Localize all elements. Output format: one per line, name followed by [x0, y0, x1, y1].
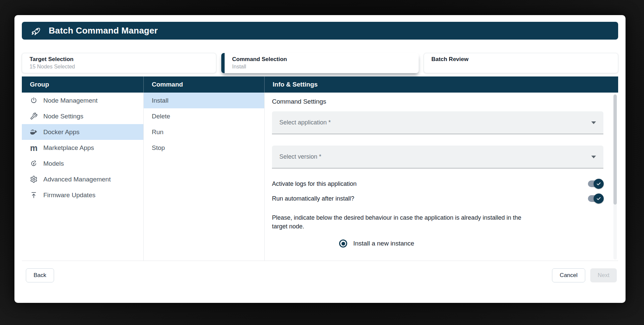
model-training-icon: [30, 160, 38, 167]
group-item-label: Advanced Management: [43, 176, 111, 183]
wrench-icon: [30, 112, 38, 120]
check-icon: [596, 181, 601, 186]
command-settings-heading: Command Settings: [272, 98, 603, 105]
select-application-label: Select application *: [279, 119, 331, 126]
select-version-dropdown[interactable]: Select version *: [272, 146, 603, 168]
chevron-down-icon: [591, 121, 596, 124]
group-item-node-settings[interactable]: Node Settings: [22, 108, 143, 124]
activate-logs-row: Activate logs for this application: [272, 178, 603, 189]
command-item-run[interactable]: Run: [144, 124, 264, 140]
page-title: Batch Command Manager: [49, 25, 158, 36]
power-icon: [30, 97, 38, 104]
group-item-firmware-updates[interactable]: Firmware Updates: [22, 187, 143, 203]
group-item-docker-apps[interactable]: Docker Apps: [22, 124, 143, 140]
command-table: Group Command Info & Settings Node Manag…: [22, 76, 618, 261]
cancel-button[interactable]: Cancel: [552, 268, 585, 282]
check-icon: [596, 196, 601, 201]
group-item-advanced-management[interactable]: Advanced Management: [22, 171, 143, 187]
command-item-label: Run: [152, 128, 164, 136]
run-automatically-row: Run automatically after install?: [272, 193, 603, 204]
docker-whale-icon: [30, 128, 38, 136]
command-item-install[interactable]: Install: [144, 93, 264, 108]
step-subtitle: 15 Nodes Selected: [30, 64, 209, 70]
group-column-header: Group: [22, 76, 143, 93]
step-title: Batch Review: [431, 56, 610, 63]
run-automatically-label: Run automatically after install?: [272, 195, 354, 202]
radio-selected-icon: [339, 239, 347, 248]
info-settings-panel: Command Settings Select application * Se…: [264, 93, 618, 261]
command-item-label: Delete: [152, 113, 170, 120]
chevron-down-icon: [591, 156, 596, 158]
title-bar: Batch Command Manager: [22, 22, 618, 40]
group-item-label: Models: [43, 160, 64, 167]
group-item-marketplace-apps[interactable]: m Marketplace Apps: [22, 140, 143, 156]
rocket-icon: [31, 26, 41, 36]
info-panel-scrollbar: [613, 94, 617, 260]
already-installed-note: Please, indicate below the desired behav…: [272, 213, 603, 231]
gear-icon: [30, 175, 38, 183]
step-subtitle: Install: [232, 64, 411, 70]
command-item-delete[interactable]: Delete: [144, 108, 264, 124]
command-item-stop[interactable]: Stop: [144, 140, 264, 156]
batch-command-manager-window: Batch Command Manager Target Selection 1…: [14, 15, 626, 303]
group-item-label: Node Settings: [43, 113, 83, 120]
step-target-selection[interactable]: Target Selection 15 Nodes Selected: [22, 53, 216, 73]
group-item-label: Firmware Updates: [43, 192, 95, 199]
table-header-row: Group Command Info & Settings: [22, 76, 618, 93]
group-item-label: Docker Apps: [43, 128, 80, 136]
command-column: Install Delete Run Stop: [143, 93, 264, 261]
step-subtitle: [431, 64, 610, 70]
step-title: Target Selection: [30, 56, 209, 63]
group-item-models[interactable]: Models: [22, 156, 143, 171]
select-version-label: Select version *: [279, 153, 321, 160]
install-new-instance-option[interactable]: Install a new instance: [339, 239, 603, 248]
group-column: Node Management Node Settings: [22, 93, 143, 261]
step-command-selection[interactable]: Command Selection Install: [221, 53, 418, 73]
info-settings-column-header: Info & Settings: [264, 76, 618, 93]
command-column-header: Command: [143, 76, 264, 93]
upload-icon: [30, 191, 38, 199]
toggle-thumb-checked: [594, 179, 604, 189]
group-item-node-management[interactable]: Node Management: [22, 93, 143, 108]
next-button[interactable]: Next: [590, 268, 617, 282]
command-item-label: Stop: [152, 144, 165, 152]
group-item-label: Marketplace Apps: [43, 144, 94, 152]
group-item-label: Node Management: [43, 97, 98, 104]
activate-logs-label: Activate logs for this application: [272, 180, 357, 187]
scrollbar-thumb[interactable]: [613, 95, 617, 205]
step-batch-review[interactable]: Batch Review: [424, 53, 618, 73]
command-item-label: Install: [152, 97, 169, 104]
activate-logs-toggle[interactable]: [588, 180, 603, 187]
footer-actions: Back Cancel Next: [26, 268, 617, 282]
back-button[interactable]: Back: [26, 268, 54, 282]
install-new-instance-label: Install a new instance: [353, 240, 414, 247]
wizard-steps: Target Selection 15 Nodes Selected Comma…: [22, 53, 618, 73]
step-title: Command Selection: [232, 56, 411, 63]
select-application-dropdown[interactable]: Select application *: [272, 111, 603, 134]
run-automatically-toggle[interactable]: [588, 195, 603, 202]
marketplace-m-icon: m: [30, 144, 38, 152]
toggle-thumb-checked: [594, 194, 604, 204]
